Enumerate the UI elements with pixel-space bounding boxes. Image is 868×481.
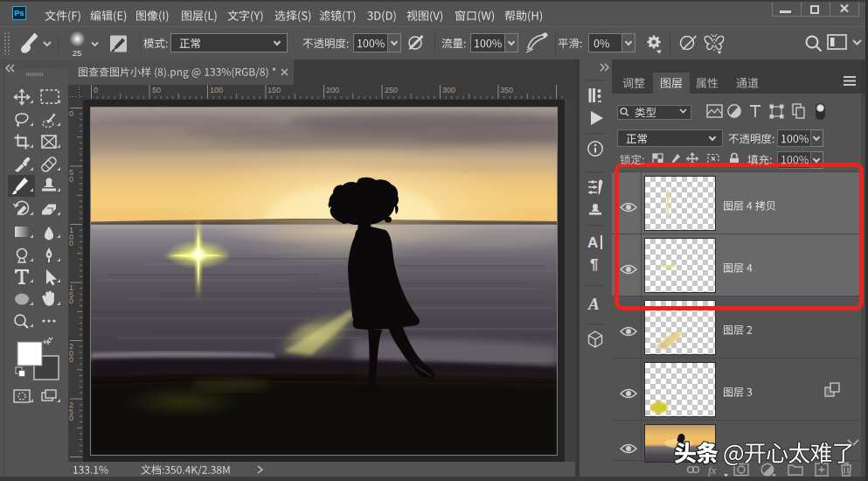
svg-text:25: 25 bbox=[73, 48, 82, 58]
svg-text:A: A bbox=[587, 295, 600, 313]
svg-text:A: A bbox=[587, 234, 598, 251]
svg-text:¶: ¶ bbox=[590, 256, 598, 273]
